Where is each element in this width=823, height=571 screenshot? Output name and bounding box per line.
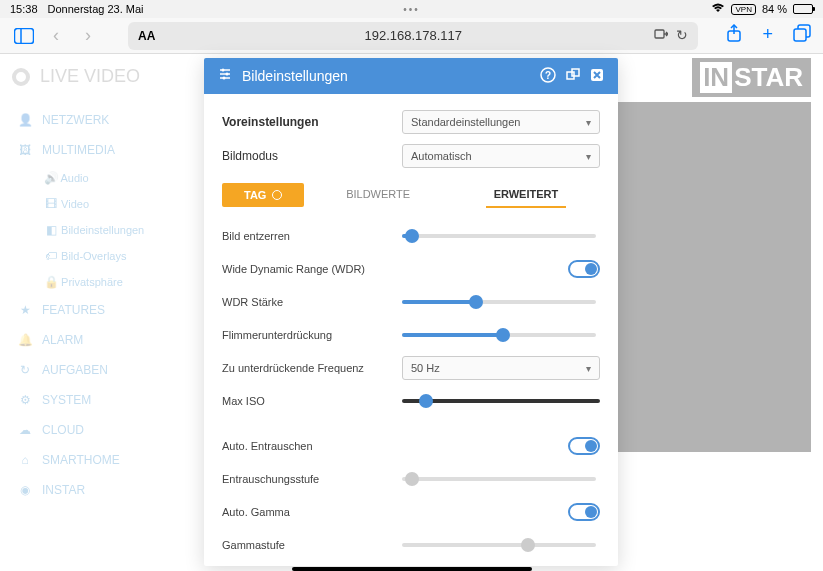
svg-rect-0 [15,28,34,43]
settings-icon [218,67,232,85]
audio-icon: 🔊 [44,171,58,185]
sidebar-sub-video[interactable]: 🎞 Video [12,191,190,217]
label-wdr-staerke: WDR Stärke [222,296,402,308]
close-icon[interactable] [590,68,604,85]
sidebar-item-instar[interactable]: ◉INSTAR [12,475,190,505]
mode-select[interactable]: Automatisch [402,144,600,168]
status-time: 15:38 [10,3,38,15]
label-entrausch-stufe: Entrauschungsstufe [222,473,402,485]
features-icon: ★ [18,303,32,317]
slider-maxiso[interactable] [402,399,600,403]
battery-icon [793,4,813,14]
tasks-icon: ↻ [18,363,32,377]
smarthome-icon: ⌂ [18,453,32,467]
preset-label: Voreinstellungen [222,115,402,129]
label-auto-entrauschen: Auto. Entrauschen [222,440,402,452]
slider-bildentzerren[interactable] [402,234,596,238]
svg-point-9 [226,73,229,76]
freq-select[interactable]: 50 Hz [402,356,600,380]
instar-icon: ◉ [18,483,32,497]
sidebar-toggle-icon[interactable] [12,24,36,48]
sidebar-item-smarthome[interactable]: ⌂SMARTHOME [12,445,190,475]
cloud-icon: ☁ [18,423,32,437]
status-bar: 15:38 Donnerstag 23. Mai ••• VPN 84 % [0,0,823,18]
sidebar-item-cloud[interactable]: ☁CLOUD [12,415,190,445]
vpn-badge: VPN [731,4,755,15]
help-icon[interactable]: ? [540,67,556,86]
svg-rect-5 [794,29,806,41]
new-tab-icon[interactable]: + [762,24,773,47]
url-text: 192.168.178.117 [364,28,462,43]
tag-day-button[interactable]: TAG [222,183,304,207]
slider-gammastufe[interactable] [402,543,596,547]
preset-select[interactable]: Standardeinstellungen [402,110,600,134]
system-icon: ⚙ [18,393,32,407]
wifi-icon [711,2,725,16]
browser-toolbar: ‹ › AA 192.168.178.117 ↻ + [0,18,823,54]
sidebar-sub-bildeinstellungen[interactable]: ◧ Bildeinstellungen [12,217,190,243]
battery-percent: 84 % [762,3,787,15]
modal-header: Bildeinstellungen ? [204,58,618,94]
url-bar[interactable]: AA 192.168.178.117 ↻ [128,22,698,50]
label-auto-gamma: Auto. Gamma [222,506,402,518]
label-flimmer: Flimmerunterdrückung [222,329,402,341]
extension-icon[interactable] [654,27,668,44]
settings-modal: Bildeinstellungen ? Voreinstellungen Sta… [204,58,618,566]
label-bildentzerren: Bild entzerren [222,230,402,242]
share-icon[interactable] [726,24,742,47]
slider-flimmer[interactable] [402,333,596,337]
svg-point-7 [222,69,225,72]
label-freq: Zu unterdrückende Frequenz [222,362,402,374]
mode-label: Bildmodus [222,149,402,163]
reload-icon[interactable]: ↻ [676,27,688,44]
back-button[interactable]: ‹ [44,24,68,48]
sidebar-item-netzwerk[interactable]: 👤NETZWERK [12,105,190,135]
home-indicator[interactable] [292,567,532,571]
tab-bildwerte[interactable]: BILDWERTE [338,182,418,208]
sidebar-item-aufgaben[interactable]: ↻AUFGABEN [12,355,190,385]
tabs-icon[interactable] [793,24,811,47]
svg-point-11 [223,77,226,80]
sidebar-sub-overlays[interactable]: 🏷 Bild-Overlays [12,243,190,269]
network-icon: 👤 [18,113,32,127]
video-icon: 🎞 [44,197,58,211]
sidebar-header-label: LIVE VIDEO [40,66,140,87]
tab-erweitert[interactable]: ERWEITERT [486,182,567,208]
slider-wdr-staerke[interactable] [402,300,596,304]
sidebar-header[interactable]: LIVE VIDEO [12,66,190,87]
sidebar-sub-privat[interactable]: 🔒 Privatsphäre [12,269,190,295]
label-gammastufe: Gammastufe [222,539,402,551]
status-dots: ••• [403,4,420,15]
sun-icon [272,190,282,200]
label-wdr: Wide Dynamic Range (WDR) [222,263,402,275]
overlay-icon: 🏷 [44,249,58,263]
instar-logo: INSTAR [692,58,811,97]
toggle-auto-gamma[interactable] [568,503,600,521]
image-settings-icon: ◧ [44,223,58,237]
forward-button[interactable]: › [76,24,100,48]
sidebar-item-system[interactable]: ⚙SYSTEM [12,385,190,415]
multimedia-icon: 🖼 [18,143,32,157]
sidebar-item-alarm[interactable]: 🔔ALARM [12,325,190,355]
record-icon [12,68,30,86]
alarm-icon: 🔔 [18,333,32,347]
sidebar-sub-audio[interactable]: 🔊 Audio [12,165,190,191]
sidebar-item-features[interactable]: ★FEATURES [12,295,190,325]
app-sidebar: LIVE VIDEO 👤NETZWERK 🖼MULTIMEDIA 🔊 Audio… [0,54,202,571]
svg-rect-2 [655,30,664,38]
expand-icon[interactable] [566,68,580,85]
slider-entrausch-stufe[interactable] [402,477,596,481]
modal-title: Bildeinstellungen [242,68,530,84]
toggle-wdr[interactable] [568,260,600,278]
svg-text:?: ? [545,70,551,81]
privacy-icon: 🔒 [44,275,58,289]
label-maxiso: Max ISO [222,395,402,407]
reader-aa-icon[interactable]: AA [138,29,155,43]
status-date: Donnerstag 23. Mai [48,3,144,15]
sidebar-item-multimedia[interactable]: 🖼MULTIMEDIA [12,135,190,165]
toggle-auto-entrauschen[interactable] [568,437,600,455]
